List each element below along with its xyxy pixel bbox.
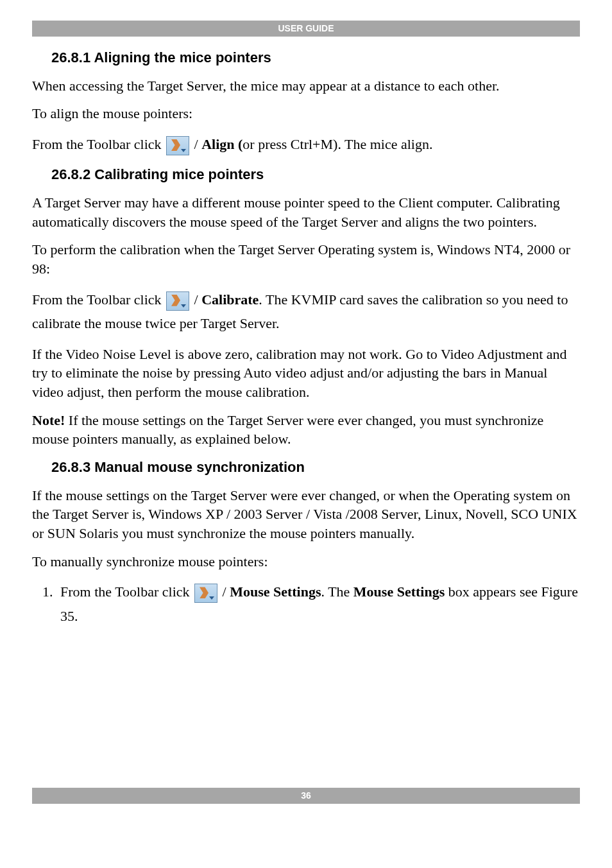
s2-p4: If the Video Noise Level is above zero, … — [32, 345, 580, 402]
s3-mouse-settings-label-2: Mouse Settings — [353, 584, 445, 600]
s1-p2: To align the mouse pointers: — [32, 104, 580, 123]
s1-p3-prefix: From the Toolbar click — [32, 136, 165, 152]
s1-p3-suffix: or press Ctrl+M). The mice align. — [242, 136, 432, 152]
s2-note-label: Note! — [32, 412, 65, 428]
mouse-toolbar-icon — [166, 291, 189, 311]
s2-p3: From the Toolbar click / Calibrate. The … — [32, 288, 580, 336]
s3-li1-mid: . The — [321, 584, 353, 600]
s2-calibrate-label: Calibrate — [201, 291, 259, 308]
heading-26-8-1: 26.8.1 Aligning the mice pointers — [51, 48, 580, 67]
mouse-toolbar-icon — [194, 584, 217, 603]
s3-li1-prefix: From the Toolbar click — [60, 584, 193, 600]
s1-p1: When accessing the Target Server, the mi… — [32, 76, 580, 96]
s2-p5-body: If the mouse settings on the Target Serv… — [32, 412, 543, 447]
s3-ordered-list: From the Toolbar click / Mouse Settings.… — [44, 580, 580, 628]
mouse-toolbar-icon — [166, 136, 189, 155]
s2-p3-slash: / — [194, 291, 202, 308]
s1-p3: From the Toolbar click / Align (or press… — [32, 132, 580, 156]
s3-li1-slash: / — [223, 584, 230, 600]
s1-align-label: Align ( — [201, 136, 242, 152]
header-title: USER GUIDE — [278, 23, 334, 33]
s3-mouse-settings-label-1: Mouse Settings — [230, 584, 321, 600]
s2-p3-prefix: From the Toolbar click — [32, 291, 165, 308]
s3-p2: To manually synchronize mouse pointers: — [32, 552, 580, 571]
s2-p5: Note! If the mouse settings on the Targe… — [32, 411, 580, 449]
page-number: 36 — [301, 790, 311, 801]
footer-bar: 36 — [32, 788, 580, 804]
page-container: USER GUIDE 26.8.1 Aligning the mice poin… — [32, 21, 580, 804]
s1-p3-slash: / — [194, 136, 202, 152]
s2-p2: To perform the calibration when the Targ… — [32, 240, 580, 278]
heading-26-8-2: 26.8.2 Calibrating mice pointers — [51, 165, 580, 184]
heading-26-8-3: 26.8.3 Manual mouse synchronization — [51, 458, 580, 477]
header-bar: USER GUIDE — [32, 21, 580, 37]
body-content: USER GUIDE 26.8.1 Aligning the mice poin… — [32, 21, 580, 788]
s2-p1: A Target Server may have a different mou… — [32, 193, 580, 231]
s3-li1: From the Toolbar click / Mouse Settings.… — [56, 580, 580, 628]
s3-p1: If the mouse settings on the Target Serv… — [32, 486, 580, 543]
